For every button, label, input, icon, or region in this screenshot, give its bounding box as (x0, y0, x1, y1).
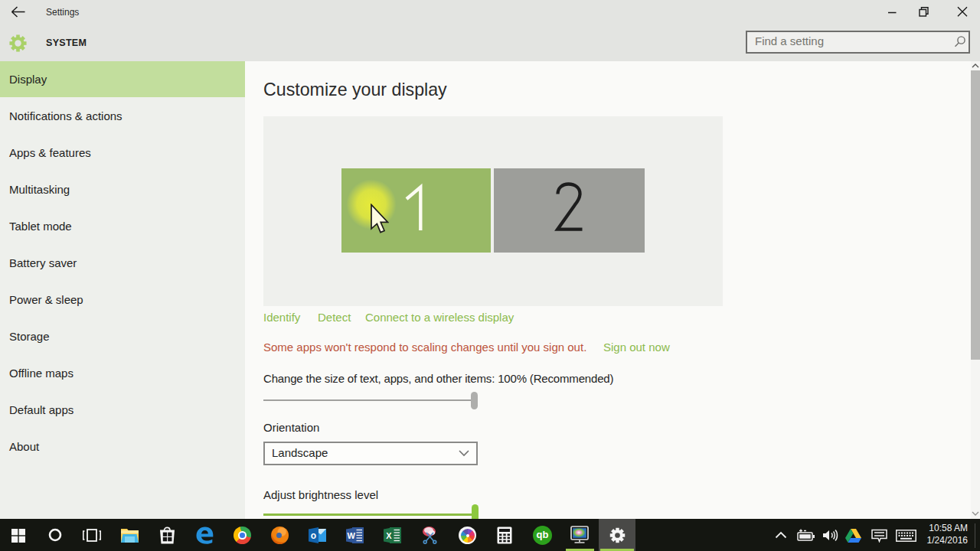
svg-text:X: X (386, 531, 392, 540)
svg-text:W: W (348, 531, 356, 540)
svg-text:o: o (311, 530, 316, 541)
